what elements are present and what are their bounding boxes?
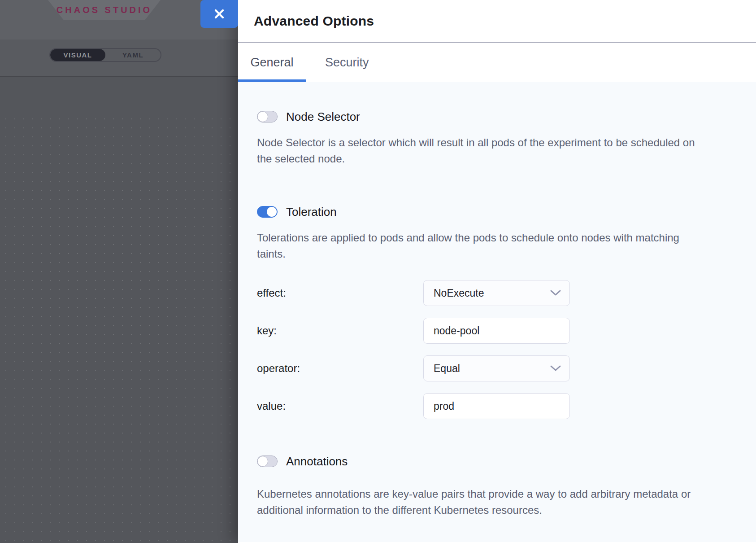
active-tab-indicator — [238, 79, 306, 82]
tab-general[interactable]: General — [238, 43, 306, 82]
drawer-tabs: General Security — [238, 43, 756, 82]
toggle-knob — [257, 111, 268, 122]
toleration-label: Toleration — [286, 205, 337, 219]
annotations-description: Kubernetes annotations are key-value pai… — [257, 486, 699, 518]
canvas-dot-grid — [0, 111, 238, 543]
annotations-row: Annotations — [257, 455, 729, 468]
chevron-down-icon — [550, 289, 561, 297]
drawer-header: Advanced Options — [238, 0, 756, 43]
toleration-row: Toleration — [257, 205, 729, 219]
annotations-label: Annotations — [286, 455, 348, 469]
chaos-studio-banner: CHAOS STUDIO — [48, 0, 161, 20]
toleration-toggle[interactable] — [257, 206, 278, 218]
toggle-knob — [257, 456, 268, 467]
key-field-row: key: — [257, 318, 729, 344]
effect-field-label: effect: — [257, 287, 423, 299]
key-field-label: key: — [257, 324, 423, 337]
visual-yaml-toggle[interactable]: VISUAL YAML — [49, 48, 161, 62]
studio-title: CHAOS STUDIO — [56, 5, 152, 15]
annotations-toggle[interactable] — [257, 455, 278, 467]
effect-select[interactable]: NoExecute — [423, 280, 570, 306]
drawer-title: Advanced Options — [254, 13, 374, 29]
key-input[interactable] — [423, 318, 570, 344]
toleration-form: effect: NoExecute key: operator: Equal — [257, 280, 729, 419]
drawer-overlay[interactable]: CHAOS STUDIO VISUAL YAML — [0, 0, 238, 543]
chevron-down-icon — [550, 365, 561, 372]
advanced-options-drawer: Advanced Options General Security Node S… — [238, 0, 756, 543]
close-icon — [214, 9, 225, 19]
value-field-label: value: — [257, 400, 423, 412]
tab-security[interactable]: Security — [322, 43, 373, 82]
studio-toolbar: VISUAL YAML — [0, 39, 238, 77]
effect-field-row: effect: NoExecute — [257, 280, 729, 306]
effect-select-value: NoExecute — [434, 287, 550, 299]
visual-tab[interactable]: VISUAL — [50, 49, 105, 61]
node-selector-description: Node Selector is a selector which will r… — [257, 135, 699, 167]
node-selector-toggle[interactable] — [257, 111, 278, 123]
toleration-description: Tolerations are applied to pods and allo… — [257, 230, 699, 262]
close-drawer-button[interactable] — [200, 0, 238, 28]
general-tab-content: Node Selector Node Selector is a selecto… — [238, 82, 756, 542]
operator-select[interactable]: Equal — [423, 355, 570, 381]
value-field-row: value: — [257, 393, 729, 419]
yaml-tab[interactable]: YAML — [105, 49, 161, 61]
experiment-canvas — [0, 77, 238, 543]
toggle-knob — [267, 207, 277, 217]
operator-field-row: operator: Equal — [257, 355, 729, 381]
node-selector-label: Node Selector — [286, 110, 360, 124]
node-selector-row: Node Selector — [257, 110, 729, 123]
operator-field-label: operator: — [257, 362, 423, 375]
operator-select-value: Equal — [434, 363, 550, 375]
value-input[interactable] — [423, 393, 570, 419]
